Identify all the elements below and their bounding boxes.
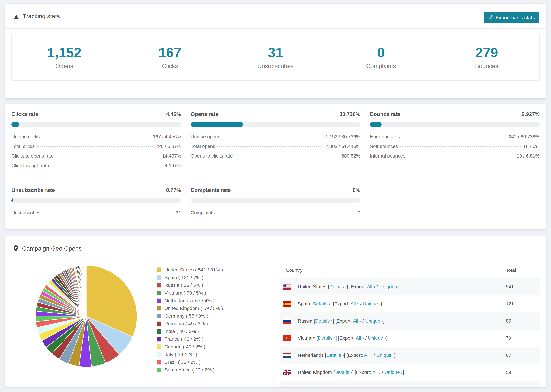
export-unique-link[interactable]: Unique ›	[379, 284, 397, 289]
legend-item: Spain ( 121 / 7% )	[156, 274, 223, 281]
export-unique-link[interactable]: Unique ›	[370, 387, 388, 387]
stat-label: Complaints	[366, 63, 396, 70]
legend-item: Vietnam ( 79 / 5% )	[156, 289, 223, 297]
country-cell-text: Netherlands [Details ›] [Export: All › /…	[298, 352, 396, 358]
total-cell: 541	[506, 284, 540, 290]
rate-value: 30.736%	[339, 111, 360, 117]
tracking-stats-title: Tracking stats	[13, 13, 60, 20]
country-cell: United States [Details ›] [Export: All ›…	[280, 284, 506, 290]
rate-value: 6.927%	[522, 111, 540, 117]
rate-row: Soft bounces18 / 0%	[370, 144, 540, 153]
rate-row-label: Complaints	[191, 210, 215, 216]
rate-value: 4.46%	[166, 111, 181, 117]
export-unique-link[interactable]: Unique ›	[376, 352, 395, 358]
flag-es-icon	[283, 301, 291, 307]
total-column-header: Total	[506, 267, 540, 273]
geo-legend: United States ( 541 / 31% )Spain ( 121 /…	[156, 266, 223, 374]
legend-label: United States ( 541 / 31% )	[164, 267, 223, 273]
legend-label: Italy ( 36 / 2% )	[164, 352, 197, 357]
rate-row-label: Click through rate	[11, 163, 49, 168]
details-link[interactable]: Details ›	[326, 352, 344, 358]
rate-row: Unique clicks167 / 4.456%	[11, 134, 181, 144]
legend-item: South Africa ( 29 / 2% )	[156, 366, 223, 374]
rate-row-value: 31	[176, 210, 181, 216]
rate-row-value: 689.82%	[341, 153, 360, 159]
export-unique-link[interactable]: Unique ›	[368, 335, 386, 341]
progress-track	[191, 122, 360, 127]
rate-row-label: Unsubscribes	[11, 210, 41, 216]
export-all-link[interactable]: All ›	[372, 370, 381, 375]
rate-title: Opens rate	[191, 111, 218, 117]
legend-label: United Kingdom ( 59 / 3% )	[164, 305, 223, 311]
legend-label: Netherlands ( 67 / 4% )	[164, 298, 215, 303]
rate-block-clicks-rate: Clicks rate4.46%Unique clicks167 / 4.456…	[11, 111, 181, 172]
rate-row: Click through rate4.147%	[11, 163, 181, 172]
stat-value: 167	[158, 45, 181, 61]
legend-swatch	[156, 275, 161, 280]
legend-swatch	[156, 352, 161, 357]
export-all-link[interactable]: All ›	[353, 318, 361, 324]
legend-swatch	[156, 298, 161, 303]
pie-slice	[86, 266, 86, 316]
rate-block-complaints-rate: Complaints rate0%Complaints0	[191, 187, 360, 220]
details-link[interactable]: Details ›	[320, 387, 338, 387]
bar-chart-icon	[13, 13, 19, 20]
rate-row-value: 0	[358, 210, 360, 216]
legend-swatch	[156, 306, 161, 311]
flag-de-icon	[283, 387, 291, 387]
rate-row-value: 4.147%	[165, 163, 181, 168]
dotted-leader	[402, 137, 507, 137]
stat-bounces: 279Bounces	[434, 34, 539, 80]
export-all-link[interactable]: All ›	[364, 352, 372, 358]
export-unique-link[interactable]: Unique ›	[365, 318, 383, 324]
rate-row-value: 220 / 5.87%	[155, 144, 181, 149]
legend-item: France ( 42 / 2% )	[156, 335, 223, 343]
stat-clicks: 167Clicks	[117, 34, 223, 80]
stat-opens: 1,152Opens	[12, 34, 117, 80]
rate-value: 0.77%	[166, 187, 181, 193]
export-basic-stats-button[interactable]: Export basic stats	[484, 12, 539, 23]
rate-row-value: 1,152 / 30.736%	[325, 134, 360, 140]
export-unique-link[interactable]: Unique ›	[363, 301, 381, 307]
progress-track	[191, 198, 360, 203]
details-link[interactable]: Details ›	[313, 301, 330, 307]
flag-vn-icon	[283, 335, 291, 341]
legend-label: Spain ( 121 / 7% )	[164, 275, 204, 280]
dotted-leader	[222, 137, 323, 137]
rate-row-label: Opens to clicks rate	[191, 153, 233, 159]
stat-complaints: 0Complaints	[328, 34, 434, 80]
export-all-link[interactable]: All ›	[356, 335, 364, 341]
legend-label: France ( 42 / 2% )	[164, 336, 204, 342]
dotted-leader	[51, 166, 163, 166]
details-link[interactable]: Details ›	[329, 284, 347, 289]
dotted-leader	[37, 147, 154, 147]
geo-card: Campaign Geo Opens United States ( 541 /…	[5, 236, 546, 387]
legend-label: Romania ( 49 / 3% )	[164, 321, 208, 327]
details-link[interactable]: Details ›	[335, 370, 352, 375]
export-all-link[interactable]: All ›	[358, 387, 366, 387]
rate-row-label: Hard bounces	[370, 134, 400, 140]
stat-value: 279	[475, 45, 498, 61]
details-link[interactable]: Details ›	[318, 335, 336, 341]
stat-label: Opens	[56, 63, 73, 70]
rate-head: Complaints rate0%	[191, 187, 360, 193]
legend-label: South Africa ( 29 / 2% )	[164, 367, 215, 373]
dotted-leader	[56, 156, 160, 156]
export-unique-link[interactable]: Unique ›	[384, 370, 403, 375]
dotted-leader	[42, 213, 174, 213]
export-all-link[interactable]: All ›	[350, 301, 359, 307]
stat-label: Unsubscribes	[257, 63, 294, 70]
country-cell-text: Germany [Details ›] [Export: All › / Uni…	[298, 387, 390, 387]
rate-row: Opens to clicks rate689.82%	[191, 153, 360, 163]
geo-table-row-ru: Russia [Details ›] [Export: All › / Uniq…	[280, 313, 540, 329]
details-link[interactable]: Details ›	[315, 318, 333, 324]
geo-body: United States ( 541 / 31% )Spain ( 121 /…	[5, 261, 546, 387]
export-all-link[interactable]: All ›	[367, 284, 375, 289]
total-cell: 86	[506, 318, 540, 324]
geo-table-rows: United States [Details ›] [Export: All ›…	[280, 278, 540, 387]
dotted-leader	[217, 147, 323, 147]
rate-value: 0%	[353, 187, 360, 193]
progress-track	[370, 122, 540, 127]
progress-fill	[11, 198, 13, 203]
progress-fill	[11, 122, 19, 127]
